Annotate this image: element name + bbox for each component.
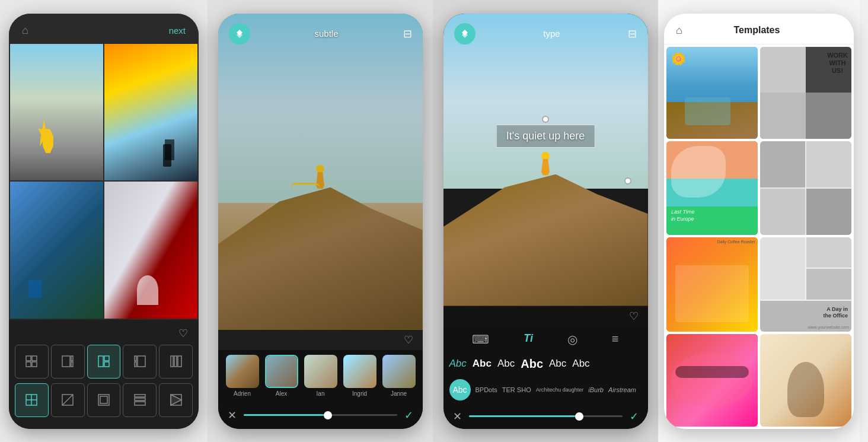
layout-multi[interactable] [159,383,193,417]
font-bpdots[interactable]: BPDots [476,386,497,393]
cancel-button-2[interactable]: ✕ [228,409,237,422]
layout-strips-v[interactable] [159,345,193,379]
screen4-wrap: ⌂ Templates 🌼 WORKWITHUS! [658,0,860,442]
app-logo[interactable] [229,23,250,44]
day-office-text: A Day inthe Office [823,306,848,320]
layout-grid[interactable] [15,345,49,379]
filter-slider: ✕ ✓ [218,402,423,429]
svg-marker-27 [171,395,181,405]
screen1-phone: ⌂ next ♡ [9,14,199,429]
text-handle-bottom[interactable] [624,177,631,185]
screen2-phone: subtle ⊟ ♡ Adrien [218,14,423,429]
layout-left-wide[interactable] [51,345,85,379]
template-work[interactable]: WORKWITHUS! [760,47,851,139]
filter-label-alex: Alex [276,390,287,397]
photo-2[interactable] [104,44,197,181]
svg-rect-0 [26,356,31,361]
font-tersho[interactable]: TER SHO [502,386,531,393]
adjust-icon-3[interactable]: ⊟ [628,27,637,40]
layout-selected[interactable] [15,383,49,417]
svg-rect-24 [135,398,145,400]
heart-row-2: ♡ [218,330,423,350]
photo-4[interactable] [104,182,197,319]
font-arch[interactable]: Architechu daughter [536,387,584,393]
photo-3[interactable] [10,182,103,319]
screen2-wrap: subtle ⊟ ♡ Adrien [208,0,433,442]
heart-row: ♡ [15,327,193,345]
website-text: www.yourwebsite.com [808,325,849,329]
text-slider-track[interactable] [469,415,623,417]
svg-rect-3 [32,362,37,367]
bottom-panel: ♡ [9,320,199,429]
screen4-topbar: ⌂ Templates [664,14,854,44]
photo-1[interactable] [10,44,103,181]
template-sunglasses[interactable] [666,334,758,427]
layout-strips-h[interactable] [123,383,157,417]
svg-rect-4 [62,356,70,367]
slider-track[interactable] [244,414,397,416]
template-travel[interactable]: 🌼 [666,47,758,139]
cancel-button-3[interactable]: ✕ [453,410,462,423]
filter-adrien[interactable]: Adrien [225,355,260,397]
confirm-button-2[interactable]: ✓ [404,409,413,422]
next-button[interactable]: next [169,26,186,36]
heart-icon-2[interactable]: ♡ [404,333,413,346]
layout-diagonal[interactable] [51,383,85,417]
align-tool[interactable]: ≡ [612,332,619,346]
templates-grid: 🌼 WORKWITHUS! Last Timein Europe [664,44,854,429]
svg-rect-23 [135,395,145,397]
adjust-icon[interactable]: ⊟ [403,27,412,40]
color-tool[interactable]: ◎ [567,332,577,346]
template-europe[interactable]: Last Timein Europe [666,141,758,235]
template-coffee-cup[interactable] [760,334,851,427]
filter-janne[interactable]: Janne [382,355,416,397]
layout-options-row2 [15,383,193,417]
home-icon-4[interactable]: ⌂ [676,24,682,37]
filter-title: subtle [314,28,338,39]
template-professional[interactable] [760,141,851,235]
screen3-title: type [543,28,560,39]
font-sample-6[interactable]: Abc [572,358,589,370]
template-coffee[interactable]: Daily Coffee Roaster [666,237,758,332]
font-row-1: Abc Abc Abc Abc Abc Abc [443,352,648,376]
screen3-wrap: type ⊟ It's quiet up here ♡ ⌨ Ti ◎ ≡ [433,0,658,442]
app-logo-3[interactable] [454,23,476,44]
font-sample-1[interactable]: Abc [449,358,467,370]
heart-icon[interactable]: ♡ [178,327,188,340]
font-circle[interactable]: Abc [449,379,471,400]
svg-rect-10 [135,356,136,361]
layout-right-wide[interactable] [123,345,157,379]
home-icon[interactable]: ⌂ [22,24,28,37]
filter-alex[interactable]: Alex [264,355,299,397]
svg-rect-2 [26,362,31,367]
layout-active[interactable] [87,345,121,379]
font-style-tool[interactable]: Ti [524,332,533,346]
text-handle-top[interactable] [542,116,549,123]
confirm-button-3[interactable]: ✓ [630,410,639,423]
screen1-topbar: ⌂ next [9,14,199,43]
screen1-wrap: ⌂ next ♡ [0,0,208,442]
font-sample-5[interactable]: Abc [549,358,566,370]
text-tools: ⌨ Ti ◎ ≡ [443,326,648,352]
font-iburb[interactable]: iBurb [588,386,604,393]
font-airstream[interactable]: Airstream [608,386,636,393]
keyboard-tool[interactable]: ⌨ [472,332,489,346]
filter-ian[interactable]: Ian [304,355,338,397]
photo-grid[interactable] [9,43,199,320]
font-sample-4[interactable]: Abc [521,357,543,371]
font-sample-2[interactable]: Abc [473,358,492,370]
font-sample-3[interactable]: Abc [497,358,515,370]
svg-rect-12 [138,356,145,367]
screen2-topbar: subtle ⊟ [218,14,423,50]
svg-rect-14 [174,356,177,367]
filter-ingrid[interactable]: Ingrid [343,355,377,397]
text-overlay[interactable]: It's quiet up here [496,125,595,148]
layout-options-row1 [15,345,193,379]
filter-label-janne: Janne [391,390,407,397]
layout-frame[interactable] [87,383,121,417]
svg-rect-15 [178,356,181,367]
svg-rect-22 [100,396,107,403]
template-office[interactable]: A Day inthe Office www.yourwebsite.com [760,237,851,332]
templates-title: Templates [733,25,780,36]
heart-icon-3[interactable]: ♡ [629,310,639,323]
